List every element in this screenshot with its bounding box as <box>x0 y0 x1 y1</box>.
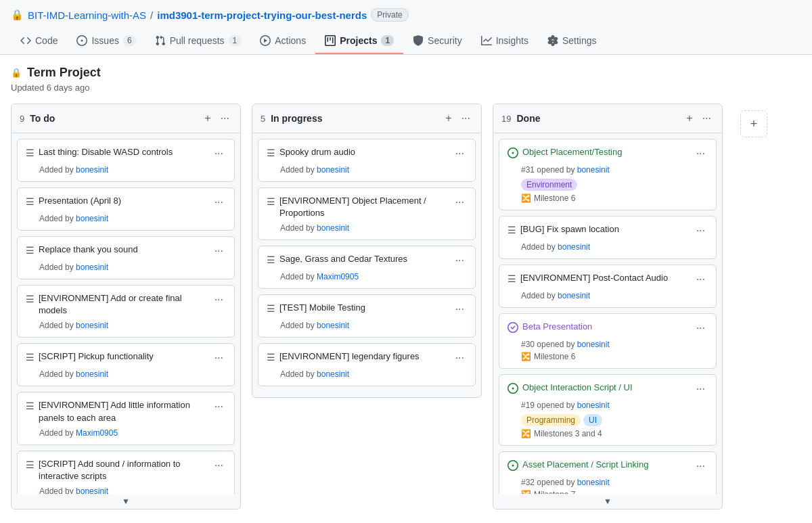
tab-pull-requests[interactable]: Pull requests 1 <box>145 28 251 54</box>
todo-add-button[interactable]: + <box>202 111 213 126</box>
milestone-label: Milestone 6 <box>534 194 575 203</box>
add-column-button[interactable]: + <box>740 110 767 137</box>
lock-icon: 🔒 <box>11 9 24 21</box>
card-user[interactable]: bonesinit <box>558 291 590 300</box>
milestone-icon: 🔀 <box>521 194 531 203</box>
card-user[interactable]: bonesinit <box>577 340 610 349</box>
todo-scroll: ▼ <box>12 494 240 509</box>
actions-icon <box>260 35 271 46</box>
tab-issues[interactable]: Issues 6 <box>67 28 145 54</box>
inprogress-add-button[interactable]: + <box>443 111 454 126</box>
project-title: Term Project <box>27 66 101 80</box>
done-add-button[interactable]: + <box>683 111 695 126</box>
card-menu-button[interactable]: ··· <box>453 195 467 210</box>
card-user[interactable]: bonesinit <box>317 165 349 175</box>
card-menu-button[interactable]: ··· <box>212 244 226 258</box>
done-card-2: ☰ [BUG] Fix spawn location ··· Added by … <box>499 216 717 259</box>
done-scroll: ▼ <box>493 494 722 509</box>
done-actions: + ··· <box>683 111 714 126</box>
card-meta: Added by Maxim0905 <box>267 272 467 281</box>
card-title: Beta Presentation <box>522 321 690 333</box>
card-menu-button[interactable]: ··· <box>694 146 708 161</box>
draft-icon: ☰ <box>26 401 35 411</box>
card-menu-button[interactable]: ··· <box>694 382 708 396</box>
card-menu-button[interactable]: ··· <box>453 302 467 317</box>
card-meta: Added by bonesinit <box>267 321 467 330</box>
card-user[interactable]: bonesinit <box>76 486 108 494</box>
card-menu-button[interactable]: ··· <box>212 292 226 307</box>
card-user[interactable]: bonesinit <box>76 263 108 272</box>
card-user[interactable]: bonesinit <box>317 223 349 233</box>
tab-code[interactable]: Code <box>11 28 67 54</box>
card-menu-button[interactable]: ··· <box>212 458 226 473</box>
draft-icon: ☰ <box>26 352 35 363</box>
card-user[interactable]: bonesinit <box>317 321 349 330</box>
card-menu-button[interactable]: ··· <box>453 146 467 161</box>
card-title: Sage, Grass and Cedar Textures <box>279 253 449 265</box>
card-title: Asset Placement / Script Linking <box>522 459 690 471</box>
tab-insights[interactable]: Insights <box>472 28 538 54</box>
card-menu-button[interactable]: ··· <box>212 146 226 161</box>
tab-issues-count: 6 <box>123 35 136 46</box>
card-user[interactable]: bonesinit <box>76 369 108 379</box>
done-card-4: Beta Presentation ··· #30 opened by bone… <box>499 313 717 369</box>
draft-icon: ☰ <box>26 196 35 207</box>
card-user[interactable]: bonesinit <box>558 242 590 252</box>
tag-programming: Programming <box>521 414 581 426</box>
todo-card-2: ☰ Presentation (April 8) ··· Added by bo… <box>17 187 235 231</box>
card-meta: Added by bonesinit <box>26 263 226 272</box>
org-name[interactable]: BIT-IMD-Learning-with-AS <box>28 9 146 21</box>
tab-actions[interactable]: Actions <box>250 28 315 54</box>
done-title: Done <box>516 113 678 124</box>
card-menu-button[interactable]: ··· <box>212 350 226 365</box>
issues-icon <box>76 35 87 46</box>
card-title: [ENVIRONMENT] Post-Contact Audio <box>520 272 690 284</box>
draft-icon: ☰ <box>26 459 35 470</box>
card-meta: Added by bonesinit <box>267 223 467 233</box>
card-tags: Environment <box>508 179 708 191</box>
card-user[interactable]: bonesinit <box>317 369 349 379</box>
card-user[interactable]: Maxim0905 <box>76 428 118 438</box>
tab-security[interactable]: Security <box>403 28 472 54</box>
card-menu-button[interactable]: ··· <box>694 223 708 238</box>
card-title: [SCRIPT] Add sound / information to inte… <box>39 458 208 482</box>
card-user[interactable]: bonesinit <box>76 321 108 330</box>
card-menu-button[interactable]: ··· <box>453 350 467 365</box>
tab-issues-label: Issues <box>91 35 118 46</box>
draft-icon: ☰ <box>267 303 275 314</box>
card-menu-button[interactable]: ··· <box>694 321 708 336</box>
done-menu-button[interactable]: ··· <box>700 111 714 126</box>
card-menu-button[interactable]: ··· <box>212 195 226 210</box>
card-user[interactable]: bonesinit <box>577 478 610 487</box>
card-title: [SCRIPT] Pickup functionality <box>39 350 208 363</box>
inprogress-card-1: ☰ Spooky drum audio ··· Added by bonesin… <box>258 139 476 182</box>
card-user[interactable]: bonesinit <box>577 165 610 175</box>
tag-ui: UI <box>583 414 602 426</box>
column-todo-header: 9 To do + ··· <box>12 104 240 133</box>
inprogress-body: ☰ Spooky drum audio ··· Added by bonesin… <box>252 133 481 397</box>
card-title: [BUG] Fix spawn location <box>520 223 690 235</box>
card-user[interactable]: bonesinit <box>76 165 108 175</box>
tab-projects-count: 1 <box>381 35 394 46</box>
card-menu-button[interactable]: ··· <box>453 253 467 268</box>
card-menu-button[interactable]: ··· <box>694 459 708 474</box>
title-separator: / <box>150 9 153 21</box>
milestone-icon: 🔀 <box>521 352 531 361</box>
card-meta: #31 opened by bonesinit <box>508 165 708 175</box>
repo-name[interactable]: imd3901-term-project-trying-our-best-ner… <box>157 9 367 21</box>
todo-title: To do <box>30 113 196 124</box>
inprogress-card-2: ☰ [ENVIRONMENT] Object Placement / Propo… <box>258 187 476 240</box>
tab-settings[interactable]: Settings <box>538 28 606 54</box>
todo-menu-button[interactable]: ··· <box>218 111 232 126</box>
card-meta: Added by Maxim0905 <box>26 428 226 438</box>
column-inprogress: 5 In progress + ··· ☰ Spooky drum audio … <box>252 104 482 398</box>
card-user[interactable]: Maxim0905 <box>317 272 359 281</box>
todo-card-6: ☰ [ENVIRONMENT] Add little information p… <box>17 392 235 445</box>
card-menu-button[interactable]: ··· <box>212 399 226 414</box>
card-user[interactable]: bonesinit <box>76 214 108 223</box>
card-user[interactable]: bonesinit <box>577 401 610 410</box>
card-menu-button[interactable]: ··· <box>694 272 708 287</box>
open-issue-icon <box>508 383 518 396</box>
inprogress-menu-button[interactable]: ··· <box>459 111 473 126</box>
tab-projects[interactable]: Projects 1 <box>315 28 403 54</box>
